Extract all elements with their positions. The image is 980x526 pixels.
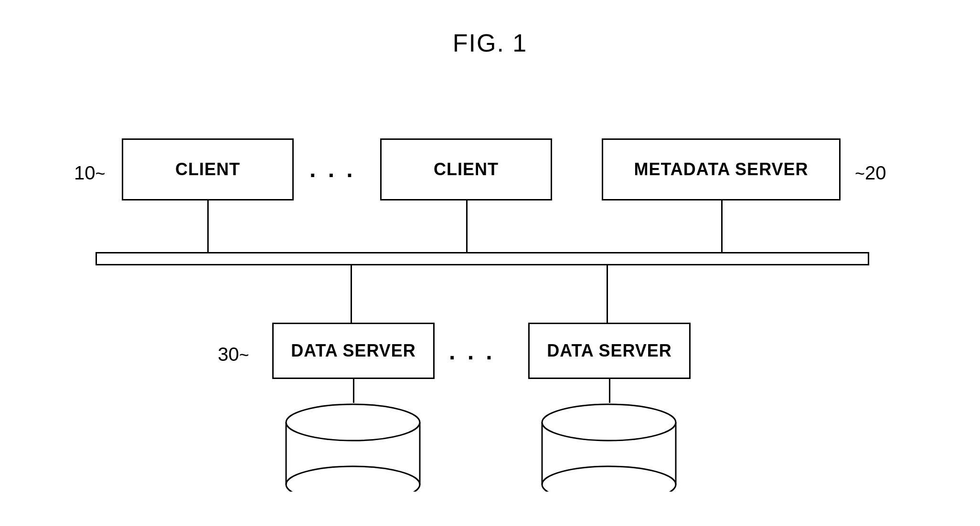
label-20-connector: ~ bbox=[855, 164, 865, 183]
dots-bottom: · · · bbox=[449, 345, 495, 371]
figure-title: FIG. 1 bbox=[453, 29, 527, 57]
line-metadata-bus bbox=[721, 200, 723, 252]
client1-label: CLIENT bbox=[175, 159, 240, 179]
label-20-text: 20 bbox=[865, 162, 886, 183]
line-ds2-cylinder bbox=[609, 379, 610, 403]
svg-point-4 bbox=[286, 404, 420, 441]
label-10: 10~ bbox=[74, 162, 106, 184]
client1-box: CLIENT bbox=[122, 138, 294, 200]
svg-point-9 bbox=[542, 404, 676, 441]
diagram: FIG. 1 10~ CLIENT · · · CLIENT METADATA … bbox=[0, 0, 980, 526]
metadata-server-box: METADATA SERVER bbox=[602, 138, 841, 200]
line-bus-ds1 bbox=[351, 265, 352, 323]
label-30-connector: ~ bbox=[239, 345, 249, 365]
client2-label: CLIENT bbox=[434, 159, 499, 179]
line-client2-bus bbox=[466, 200, 468, 252]
data-server2-box: DATA SERVER bbox=[528, 323, 691, 379]
client2-box: CLIENT bbox=[380, 138, 552, 200]
label-10-connector: ~ bbox=[96, 164, 106, 183]
line-bus-ds2 bbox=[607, 265, 608, 323]
label-20: ~20 bbox=[855, 162, 886, 184]
data-server1-box: DATA SERVER bbox=[272, 323, 435, 379]
cylinder2 bbox=[537, 401, 681, 492]
network-bus bbox=[96, 252, 869, 265]
metadata-server-label: METADATA SERVER bbox=[634, 159, 808, 179]
line-client1-bus bbox=[207, 200, 209, 252]
line-ds1-cylinder bbox=[353, 379, 354, 403]
cylinder1 bbox=[281, 401, 425, 492]
label-10-text: 10 bbox=[74, 162, 96, 183]
label-30-text: 30 bbox=[218, 344, 239, 365]
data-server1-label: DATA SERVER bbox=[291, 341, 416, 361]
data-server2-label: DATA SERVER bbox=[547, 341, 672, 361]
label-30: 30~ bbox=[218, 344, 249, 365]
dots-top: · · · bbox=[309, 162, 356, 189]
